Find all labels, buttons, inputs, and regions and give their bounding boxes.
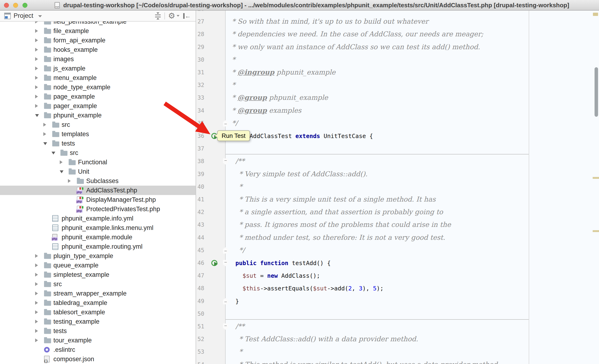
tree-item-images[interactable]: images [0,54,196,64]
tree-item-tablesort_example[interactable]: tablesort_example [0,308,196,317]
tree-item-AddClassTest.php[interactable]: AddClassTest.php [0,186,196,195]
code-line-33[interactable]: 33 * @group phpunit_example [196,91,599,104]
code-line-27[interactable]: 27 * So with that in mind, it's up to us… [196,15,599,28]
chevron-right-icon[interactable] [35,67,38,70]
tree-item-file_example[interactable]: file_example [0,26,196,36]
chevron-down-icon[interactable] [38,15,42,17]
chevron-right-icon[interactable] [35,85,38,89]
code-line-30[interactable]: 30 * [196,53,599,66]
chevron-right-icon[interactable] [35,76,38,80]
error-stripe-mark[interactable] [593,177,599,179]
code-line-34[interactable]: 34 * @group examples [196,104,599,117]
tree-item-testing_example[interactable]: testing_example [0,317,196,326]
chevron-right-icon[interactable] [35,282,38,286]
project-view-selector[interactable]: Project [14,10,33,21]
code-line-49[interactable]: 49 } [196,295,599,308]
tree-item-simpletest_example[interactable]: simpletest_example [0,270,196,279]
chevron-right-icon[interactable] [68,179,71,183]
tree-item-pager_example[interactable]: pager_example [0,101,196,111]
code-line-37[interactable]: 37 [196,142,599,155]
tree-item-tabledrag_example[interactable]: tabledrag_example [0,298,196,308]
code-line-42[interactable]: 42 * a single assertion, and that assert… [196,206,599,219]
chevron-right-icon[interactable] [35,57,38,61]
tree-item-composer.json[interactable]: composer.json [0,354,196,364]
code-editor[interactable]: 2627 * So with that in mind, it's up to … [196,10,599,364]
code-line-32[interactable]: 32 * [196,79,599,92]
chevron-right-icon[interactable] [35,48,38,52]
chevron-right-icon[interactable] [35,320,38,323]
minimize-window-button[interactable] [13,3,18,8]
code-line-51[interactable]: 51 /** [196,320,599,333]
chevron-down-icon[interactable] [177,15,179,17]
chevron-right-icon[interactable] [35,310,38,314]
tree-item-ProtectedPrivatesTest.php[interactable]: ProtectedPrivatesTest.php [0,204,196,214]
tree-item-stream_wrapper_example[interactable]: stream_wrapper_example [0,289,196,298]
code-line-29[interactable]: 29 * we only want an instance of AddClas… [196,41,599,54]
inspection-status-square[interactable] [593,13,598,16]
tree-item-Unit[interactable]: Unit [0,167,196,176]
chevron-down-icon[interactable] [35,114,39,117]
code-line-43[interactable]: 43 * pass. It ignores most of the proble… [196,218,599,231]
tree-item-queue_example[interactable]: queue_example [0,261,196,270]
tree-item-phpunit_example.routing.yml[interactable]: phpunit_example.routing.yml [0,242,196,251]
run-test-tooltip[interactable]: Run Test [217,130,250,141]
chevron-right-icon[interactable] [35,329,38,333]
tree-item-src[interactable]: src [0,279,196,289]
chevron-right-icon[interactable] [60,160,62,164]
tree-item-.eslintrc[interactable]: .eslintrc [0,345,196,354]
tree-item-tests[interactable]: tests [0,139,196,148]
chevron-right-icon[interactable] [43,132,46,136]
code-line-48[interactable]: 48 $this->assertEquals($sut->add(2, 3), … [196,282,599,295]
tree-item-phpunit_example.info.yml[interactable]: phpunit_example.info.yml [0,214,196,223]
run-test-gutter-icon[interactable] [211,260,217,266]
code-line-26[interactable]: 26 [196,10,599,16]
tree-item-templates[interactable]: templates [0,129,196,139]
tree-item-Functional[interactable]: Functional [0,158,196,167]
code-line-44[interactable]: 44 * method under test, so therefore: It… [196,231,599,244]
tree-item-phpunit_example[interactable]: phpunit_example [0,111,196,120]
tree-item-menu_example[interactable]: menu_example [0,73,196,82]
chevron-down-icon[interactable] [43,142,47,145]
editor-scrollbar-thumb[interactable] [595,67,598,117]
tree-item-phpunit_example.module[interactable]: phpunit_example.module [0,232,196,242]
tree-item-js_example[interactable]: js_example [0,64,196,73]
code-line-40[interactable]: 40 * [196,180,599,193]
tree-item-phpunit_example.links.menu.yml[interactable]: phpunit_example.links.menu.yml [0,223,196,232]
chevron-right-icon[interactable] [35,301,38,305]
tree-item-hooks_example[interactable]: hooks_example [0,45,196,54]
chevron-right-icon[interactable] [35,29,38,33]
tree-item-src[interactable]: src [0,148,196,158]
chevron-down-icon[interactable] [60,170,63,173]
tree-item-node_type_example[interactable]: node_type_example [0,82,196,92]
chevron-right-icon[interactable] [35,104,38,108]
close-window-button[interactable] [4,3,9,8]
code-line-45[interactable]: 45 */ [196,244,599,257]
chevron-right-icon[interactable] [35,263,38,267]
tree-item-tour_example[interactable]: tour_example [0,336,196,345]
tree-item-Subclasses[interactable]: Subclasses [0,176,196,186]
tree-item-plugin_type_example[interactable]: plugin_type_example [0,251,196,261]
code-line-47[interactable]: 47 $sut = new AddClass(); [196,269,599,282]
error-stripe-mark[interactable] [593,230,599,232]
code-line-28[interactable]: 28 * dependencies we need. In the case o… [196,28,599,41]
hide-panel-icon[interactable] [183,12,190,19]
code-line-35[interactable]: 35 */ [196,117,599,130]
chevron-right-icon[interactable] [35,273,38,276]
chevron-right-icon[interactable] [35,292,38,295]
chevron-right-icon[interactable] [35,338,38,342]
chevron-right-icon[interactable] [35,254,38,258]
tree-item-DisplayManagerTest.php[interactable]: DisplayManagerTest.php [0,195,196,204]
code-line-31[interactable]: 31 * @ingroup phpunit_example [196,66,599,79]
collapse-all-icon[interactable] [155,12,161,19]
tree-item-page_example[interactable]: page_example [0,92,196,101]
code-line-39[interactable]: 39 * Very simple test of AddClass::add()… [196,168,599,181]
chevron-right-icon[interactable] [43,123,46,127]
chevron-right-icon[interactable] [35,38,38,42]
code-line-54[interactable]: 54 * This method is very similar to test… [196,358,599,364]
chevron-down-icon[interactable] [52,152,55,154]
code-line-52[interactable]: 52 * Test AddClass::add() with a data pr… [196,333,599,346]
zoom-window-button[interactable] [23,3,27,8]
code-line-46[interactable]: 46 public function testAdd() { [196,257,599,270]
code-line-50[interactable]: 50 [196,308,599,320]
tree-item-src[interactable]: src [0,120,196,129]
